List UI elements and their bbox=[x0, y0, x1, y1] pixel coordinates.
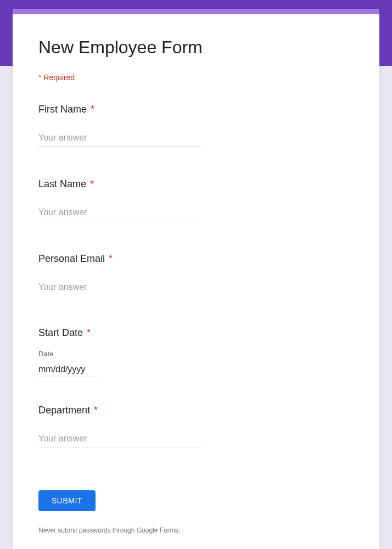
footer-disclaimer: Never submit passwords through Google Fo… bbox=[38, 526, 354, 534]
form-accent-border bbox=[13, 9, 379, 14]
submit-button[interactable]: SUBMIT bbox=[38, 490, 96, 511]
personal-email-input[interactable]: Your answer bbox=[38, 280, 201, 295]
form-title: New Employee Form bbox=[38, 37, 354, 58]
required-indicator: * Required bbox=[38, 73, 354, 82]
start-date-label: Start Date * bbox=[38, 327, 354, 339]
required-asterisk: * bbox=[109, 253, 113, 264]
date-sublabel: Date bbox=[38, 350, 354, 358]
first-name-input[interactable] bbox=[38, 131, 201, 147]
department-label: Department * bbox=[38, 405, 354, 416]
last-name-field: Last Name * bbox=[38, 178, 354, 221]
form-card: New Employee Form * Required First Name … bbox=[13, 9, 379, 549]
department-field: Department * bbox=[38, 405, 354, 447]
start-date-input[interactable] bbox=[38, 363, 101, 377]
department-input[interactable] bbox=[38, 432, 201, 447]
required-asterisk: * bbox=[94, 405, 98, 416]
personal-email-label: Personal Email * bbox=[38, 253, 354, 265]
first-name-label: First Name * bbox=[38, 104, 354, 115]
personal-email-field: Personal Email * Your answer bbox=[38, 253, 354, 295]
required-asterisk: * bbox=[87, 327, 91, 338]
required-asterisk: * bbox=[91, 104, 94, 115]
start-date-field: Start Date * Date bbox=[38, 327, 354, 377]
first-name-field: First Name * bbox=[38, 104, 354, 147]
last-name-label: Last Name * bbox=[38, 178, 354, 190]
last-name-input[interactable] bbox=[38, 205, 201, 221]
required-asterisk: * bbox=[90, 178, 94, 189]
